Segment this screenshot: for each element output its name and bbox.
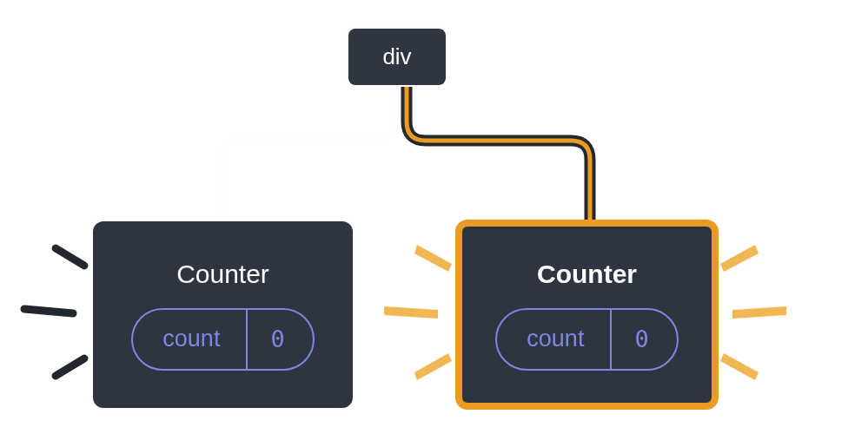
root-node: div	[347, 27, 447, 87]
state-value: 0	[612, 310, 676, 369]
root-label: div	[382, 43, 411, 70]
spark-marks-right-inner	[365, 217, 461, 417]
state-key: count	[497, 310, 612, 369]
counter-node-right-highlighted: Counter count 0	[455, 220, 719, 410]
spark-marks-right-outer	[717, 217, 865, 417]
tree-diagram: div Counter count 0 Counter count 0	[0, 0, 868, 447]
svg-marker-4	[732, 306, 786, 319]
svg-marker-1	[384, 306, 438, 319]
spark-marks-left	[0, 217, 96, 417]
state-key: count	[133, 310, 248, 369]
counter-node-left: Counter count 0	[91, 220, 354, 410]
svg-marker-2	[414, 353, 452, 380]
svg-marker-3	[720, 245, 759, 272]
svg-marker-5	[720, 353, 759, 380]
state-pill: count 0	[495, 308, 678, 371]
svg-marker-0	[414, 245, 452, 272]
counter-title: Counter	[176, 260, 269, 289]
counter-title: Counter	[537, 260, 637, 289]
state-value: 0	[248, 310, 312, 369]
state-pill: count 0	[131, 308, 314, 371]
